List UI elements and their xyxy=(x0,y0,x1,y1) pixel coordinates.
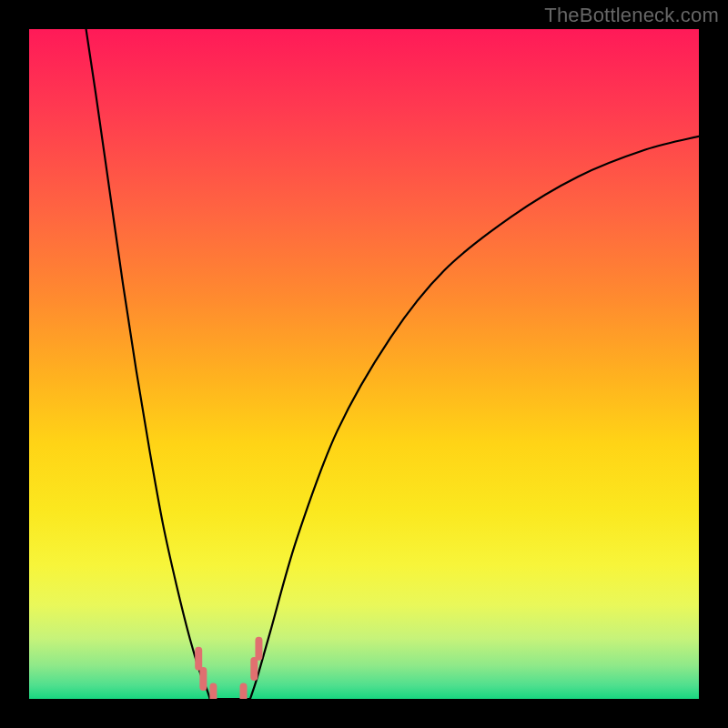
plot-area xyxy=(29,29,699,699)
chart-frame: TheBottleneck.com xyxy=(0,0,728,728)
watermark-text: TheBottleneck.com xyxy=(544,4,719,27)
curve-layer xyxy=(29,29,699,699)
bottleneck-curve xyxy=(86,29,699,699)
